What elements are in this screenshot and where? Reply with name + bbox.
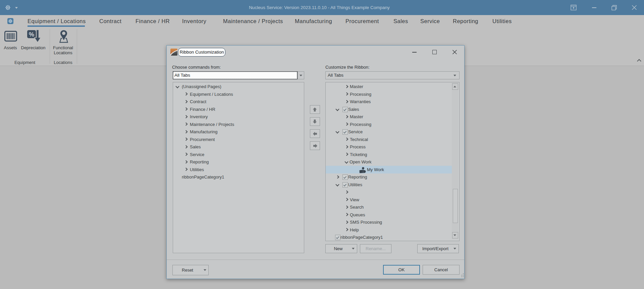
svg-text:%: % [29,31,34,38]
